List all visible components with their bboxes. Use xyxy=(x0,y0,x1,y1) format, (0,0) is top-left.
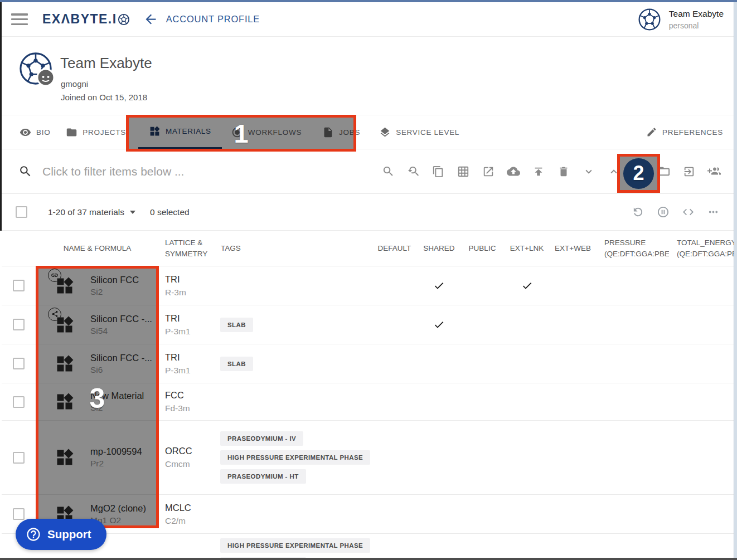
column-header-pressure[interactable]: PRESSURE(QE:DFT:GGA:PBE) xyxy=(597,231,669,266)
cell-tags: SLAB xyxy=(215,344,371,383)
cell-shared xyxy=(418,305,460,344)
header-user-type: personal xyxy=(669,21,724,30)
cell-ext_lnk xyxy=(505,344,549,383)
open-in-new-icon[interactable] xyxy=(482,165,495,178)
column-header-lattice[interactable]: LATTICE &SYMMETRY xyxy=(159,231,215,266)
tab-bio-label: BIO xyxy=(36,128,50,137)
exabyte-logo[interactable]: EXΛBYTE.I xyxy=(42,12,130,27)
column-header-shared[interactable]: SHARED xyxy=(418,231,460,266)
upload-icon[interactable] xyxy=(532,165,545,178)
cell-pressure xyxy=(597,383,669,420)
cloud-upload-icon[interactable] xyxy=(507,165,520,178)
profile-username: gmogni xyxy=(61,79,88,89)
group-add-icon[interactable] xyxy=(707,165,721,178)
cell-ext_web xyxy=(549,305,597,344)
cell-tags xyxy=(215,266,371,305)
menu-icon[interactable] xyxy=(11,13,28,25)
row-checkbox[interactable] xyxy=(13,452,25,464)
cell-public xyxy=(460,344,505,383)
lattice-type: TRI xyxy=(165,274,180,285)
cell-total-energy xyxy=(669,495,734,533)
back-arrow-icon[interactable] xyxy=(143,12,158,27)
select-all-checkbox[interactable] xyxy=(16,206,27,218)
delete-icon[interactable] xyxy=(557,165,570,178)
cell-default xyxy=(371,495,418,533)
search-icon[interactable] xyxy=(381,165,395,178)
cell-shared xyxy=(418,534,460,560)
profile-name: Team Exabyte xyxy=(60,55,152,72)
tab-bio[interactable]: BIO xyxy=(20,115,50,149)
symmetry-group: C2/m xyxy=(165,516,186,526)
layers-icon xyxy=(379,126,391,138)
column-header-default[interactable]: DEFAULT xyxy=(371,231,418,266)
materials-toolbar xyxy=(381,165,721,178)
lattice-type: MCLC xyxy=(165,503,191,513)
cell-public xyxy=(460,383,505,420)
cell-pressure xyxy=(597,421,669,494)
symmetry-group: R-3m xyxy=(165,288,186,298)
code-icon[interactable] xyxy=(682,206,695,218)
column-header-name[interactable]: NAME & FORMULA xyxy=(36,231,159,266)
grid-icon[interactable] xyxy=(457,165,470,178)
tab-projects[interactable]: PROJECTS xyxy=(66,115,126,149)
cell-lattice-symmetry: ORCC Cmcm xyxy=(159,421,215,494)
cell-shared xyxy=(418,344,460,383)
row-checkbox-cell xyxy=(2,344,36,383)
window-top-edge xyxy=(0,0,737,2)
tab-service-level[interactable]: SERVICE LEVEL xyxy=(379,115,459,149)
cell-total-energy xyxy=(669,266,734,305)
tab-preferences[interactable]: PREFERENCES xyxy=(646,115,723,149)
pause-circle-icon[interactable] xyxy=(657,206,670,218)
chevron-down-icon[interactable] xyxy=(582,165,595,178)
lattice-type: TRI xyxy=(165,313,180,324)
annotation-box-1: 1 xyxy=(126,115,356,152)
support-button[interactable]: Support xyxy=(16,519,106,550)
account-switcher[interactable]: Team Exabyte personal xyxy=(638,8,724,31)
annotation-number-1: 1 xyxy=(234,118,248,149)
column-header-ext_web[interactable]: EXT+WEB xyxy=(549,231,597,266)
cell-total-energy xyxy=(669,534,734,560)
cell-tags: PRASEODYMIUM - IVHIGH PRESSURE EXPERIMEN… xyxy=(215,421,371,494)
cell-default xyxy=(371,344,418,383)
row-checkbox[interactable] xyxy=(13,508,25,520)
symmetry-group: P-3m1 xyxy=(165,327,191,337)
column-header-ext_lnk[interactable]: EXT+LNK xyxy=(505,231,549,266)
refresh-icon[interactable] xyxy=(632,206,644,218)
cell-public xyxy=(460,266,505,305)
header-checkbox-spacer xyxy=(2,231,36,266)
exit-to-app-icon[interactable] xyxy=(682,165,696,178)
row-checkbox[interactable] xyxy=(13,280,25,291)
cell-lattice-symmetry: MCLC C2/m xyxy=(159,495,215,533)
help-icon xyxy=(26,527,41,542)
column-header-tags[interactable]: TAGS xyxy=(215,231,371,266)
cell-total-energy xyxy=(669,383,734,420)
pagination-range-dropdown[interactable]: 1-20 of 37 materials xyxy=(48,207,135,217)
symmetry-group: P-3m1 xyxy=(165,366,191,376)
cell-total-energy xyxy=(669,344,734,383)
cell-ext_web xyxy=(549,495,597,533)
filter-search-icon xyxy=(18,164,32,178)
filter-input[interactable] xyxy=(42,165,332,178)
cell-total-energy xyxy=(669,421,734,494)
tab-preferences-label: PREFERENCES xyxy=(662,128,723,137)
symmetry-group: Fd-3m xyxy=(165,403,190,413)
copy-icon[interactable] xyxy=(431,165,445,178)
cell-pressure xyxy=(597,305,669,344)
cell-ext_lnk xyxy=(505,534,549,560)
profile-section: Team Exabyte gmogni Joined on Oct 15, 20… xyxy=(2,37,734,115)
profile-avatar xyxy=(18,51,53,88)
row-checkbox[interactable] xyxy=(13,396,25,408)
cell-ext_web xyxy=(549,344,597,383)
row-checkbox[interactable] xyxy=(13,358,25,369)
cell-ext_web xyxy=(549,421,597,494)
search-history-icon[interactable] xyxy=(406,165,420,178)
column-header-public[interactable]: PUBLIC xyxy=(460,231,505,266)
eye-icon xyxy=(20,126,31,138)
row-checkbox[interactable] xyxy=(13,319,25,330)
cell-shared xyxy=(418,266,460,305)
annotation-box-2: 2 xyxy=(617,154,660,193)
annotation-number-3: 3 xyxy=(38,382,156,415)
cell-lattice-symmetry: FCC Fd-3m xyxy=(159,383,215,420)
column-header-total_energy[interactable]: TOTAL_ENERGY(QE:DFT:GGA:PBE) xyxy=(669,231,734,266)
more-horiz-icon[interactable] xyxy=(707,206,720,218)
